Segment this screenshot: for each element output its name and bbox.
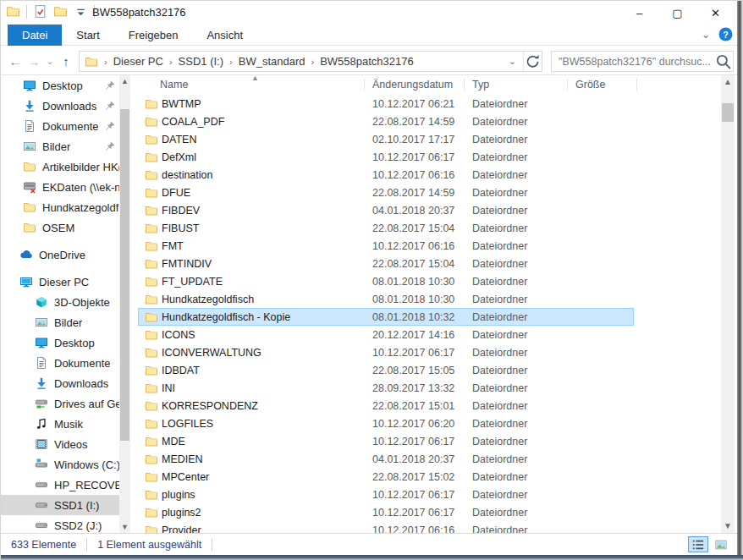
new-folder-icon[interactable] <box>53 4 68 19</box>
address-bar[interactable]: ›Dieser PC›SSD1 (I:)›BW_standard›BW558pa… <box>79 51 542 72</box>
file-row[interactable]: COALA_PDF22.08.2017 14:59Dateiordner <box>138 113 634 130</box>
sidebar-item[interactable]: OSEM <box>1 217 119 238</box>
breadcrumb-item[interactable]: BW_standard <box>235 55 309 68</box>
sidebar-item[interactable]: Drives auf Gerds <box>1 393 119 414</box>
sidebar-item[interactable]: Dieser PC <box>1 272 119 292</box>
file-row[interactable]: MPCenter22.08.2017 15:02Dateiordner <box>138 468 634 486</box>
breadcrumb-item[interactable]: Dieser PC <box>110 55 167 68</box>
file-name: DFUE <box>162 187 365 199</box>
breadcrumb-chevron-icon[interactable]: › <box>227 57 235 67</box>
column-header-date[interactable]: Änderungsdatum <box>365 75 465 94</box>
sidebar-item[interactable]: Desktop <box>1 75 119 96</box>
column-header-size[interactable]: Größe <box>568 75 637 94</box>
sidebar-item[interactable]: Videos <box>1 434 119 454</box>
sidebar-item[interactable]: Windows (C:) <box>1 454 119 475</box>
file-row[interactable]: MEDIEN04.01.2018 20:37Dateiordner <box>138 450 634 468</box>
sidebar-item[interactable]: Hundkatzegoldf <box>1 197 119 217</box>
recent-locations-icon[interactable]: ⌄ <box>43 56 57 67</box>
properties-check-icon[interactable] <box>33 4 47 19</box>
sidebar-item[interactable]: EKDaten (\\ek-n <box>1 177 119 197</box>
file-row[interactable]: FMTINDIV22.08.2017 15:04Dateiordner <box>138 255 634 272</box>
tab-freigeben[interactable]: Freigeben <box>114 25 193 46</box>
back-button[interactable]: ← <box>6 54 25 69</box>
tab-start[interactable]: Start <box>62 25 113 46</box>
breadcrumb-item[interactable]: BW558patch32176 <box>316 55 417 68</box>
list-scrollbar[interactable]: ▲ ▼ <box>721 75 735 533</box>
sidebar-scrollbar[interactable]: ▲ ▼ <box>119 75 130 533</box>
sidebar-item[interactable]: Downloads <box>1 373 119 393</box>
sidebar-item-label: SSD1 (I:) <box>54 499 99 512</box>
column-header-name[interactable]: Name <box>136 75 365 94</box>
file-row[interactable]: ICONVERWALTUNG10.12.2017 06:17Dateiordne… <box>138 343 634 361</box>
scroll-up-icon[interactable]: ▲ <box>721 75 735 89</box>
search-input[interactable]: "BW558patch32176" durchsuc... <box>552 56 714 68</box>
search-icon[interactable] <box>714 52 733 71</box>
scroll-down-icon[interactable]: ▼ <box>119 521 130 533</box>
breadcrumb-item[interactable]: SSD1 (I:) <box>175 55 227 68</box>
file-row[interactable]: IDBDAT22.08.2017 15:05Dateiordner <box>138 361 634 379</box>
breadcrumb-chevron-icon[interactable]: › <box>167 57 175 67</box>
drive-icon <box>35 498 48 512</box>
file-row[interactable]: Provider10.12.2017 06:16Dateiordner <box>138 521 634 533</box>
sidebar-item[interactable]: Dokumente <box>1 353 119 373</box>
file-row[interactable]: INI28.09.2017 13:32Dateiordner <box>138 379 634 397</box>
file-row[interactable]: plugins210.12.2017 06:17Dateiordner <box>138 503 634 521</box>
file-row[interactable]: Hundkatzegoldfisch - Kopie08.01.2018 10:… <box>138 308 634 326</box>
thumbnails-view-button[interactable] <box>711 536 731 552</box>
qat-customize-icon[interactable] <box>74 4 88 19</box>
sidebar-item[interactable]: Musik <box>1 414 119 434</box>
refresh-icon[interactable] <box>523 52 542 71</box>
file-row[interactable]: ICONS20.12.2017 14:16Dateiordner <box>138 326 634 343</box>
sidebar-item[interactable]: Desktop <box>1 332 119 353</box>
scrollbar-thumb[interactable] <box>722 103 734 122</box>
close-button[interactable]: ✕ <box>696 1 735 25</box>
sidebar-item[interactable]: 3D-Objekte <box>1 292 119 312</box>
breadcrumb-chevron-icon[interactable]: › <box>309 57 317 67</box>
breadcrumb-chevron-icon[interactable]: › <box>102 57 110 67</box>
scroll-down-icon[interactable]: ▼ <box>721 519 735 533</box>
sidebar-item[interactable]: Downloads <box>1 96 119 116</box>
file-row[interactable]: FIBUST22.08.2017 15:04Dateiordner <box>138 219 634 237</box>
file-row[interactable]: DATEN02.10.2017 17:17Dateiordner <box>138 130 634 148</box>
file-row[interactable]: DFUE22.08.2017 14:59Dateiordner <box>138 184 634 201</box>
file-row[interactable]: BWTMP10.12.2017 06:21Dateiordner <box>138 95 634 113</box>
sidebar-item[interactable]: OneDrive <box>1 244 119 265</box>
folder-icon[interactable] <box>6 4 20 19</box>
sidebar-item[interactable]: SSD1 (I:) <box>1 495 119 515</box>
file-row[interactable]: FMT10.12.2017 06:16Dateiordner <box>138 237 634 255</box>
tab-datei[interactable]: Datei <box>8 25 62 46</box>
address-dropdown-icon[interactable]: ⌄ <box>502 56 523 67</box>
maximize-button[interactable]: ▢ <box>658 1 696 25</box>
file-row[interactable]: Hundkatzegoldfisch08.01.2018 10:30Dateio… <box>138 290 634 308</box>
up-button[interactable]: ↑ <box>57 54 75 69</box>
file-row[interactable]: LOGFILES10.12.2017 06:20Dateiordner <box>138 415 634 432</box>
file-date: 22.08.2017 15:01 <box>365 400 465 412</box>
sidebar-item[interactable]: Dokumente <box>1 116 119 136</box>
download-icon <box>35 376 48 390</box>
sidebar-item[interactable]: Bilder <box>1 312 119 332</box>
sidebar-item[interactable]: SSD2 (J:) <box>1 515 119 533</box>
file-row[interactable]: KORRESPONDENZ22.08.2017 15:01Dateiordner <box>138 397 634 415</box>
column-header-type[interactable]: Typ <box>465 75 568 94</box>
sidebar-item[interactable]: HP_RECOVERY ( <box>1 475 119 495</box>
ribbon-expand-icon[interactable]: ⌄ <box>702 29 710 41</box>
file-name: MDE <box>162 436 365 447</box>
file-row[interactable]: MDE10.12.2017 06:17Dateiordner <box>138 432 634 450</box>
forward-button[interactable]: → <box>25 54 43 69</box>
file-row[interactable]: plugins10.12.2017 06:17Dateiordner <box>138 486 634 503</box>
scrollbar-thumb[interactable] <box>120 109 129 441</box>
scroll-up-icon[interactable]: ▲ <box>119 75 130 87</box>
sidebar-item[interactable]: Bilder <box>1 136 119 156</box>
sidebar-item[interactable]: Artikelbilder HK( <box>1 156 119 177</box>
tab-ansicht[interactable]: Ansicht <box>192 25 257 46</box>
file-row[interactable]: DefXml10.12.2017 06:17Dateiordner <box>138 148 634 166</box>
file-name: MEDIEN <box>162 453 365 465</box>
file-row[interactable]: destination10.12.2017 06:16Dateiordner <box>138 166 634 184</box>
file-type: Dateiordner <box>465 311 568 323</box>
details-view-button[interactable] <box>688 536 708 552</box>
minimize-button[interactable]: – <box>620 1 658 25</box>
file-row[interactable]: FT_UPDATE08.01.2018 10:30Dateiordner <box>138 272 634 290</box>
help-icon[interactable]: ? <box>718 27 733 41</box>
file-row[interactable]: FIBDEV04.01.2018 20:37Dateiordner <box>138 201 634 219</box>
search-box[interactable]: "BW558patch32176" durchsuc... <box>551 51 734 72</box>
